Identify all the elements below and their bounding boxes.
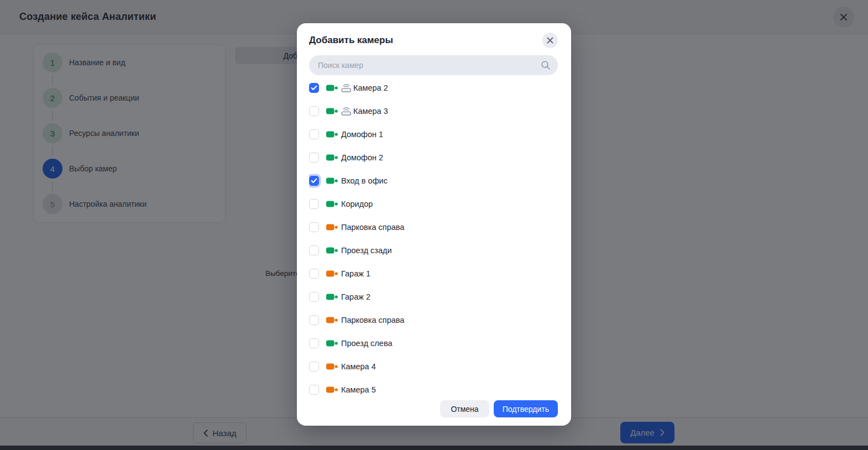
- camera-checkbox[interactable]: [309, 269, 319, 279]
- camera-name: Гараж 1: [341, 269, 370, 278]
- camera-name: Коридор: [341, 200, 373, 208]
- camera-icon: [326, 200, 338, 208]
- camera-checkbox[interactable]: [309, 176, 319, 186]
- camera-name: Камера 5: [341, 385, 376, 394]
- modal-close-button[interactable]: [542, 33, 558, 48]
- camera-icon: [326, 292, 338, 301]
- camera-checkbox[interactable]: [309, 245, 319, 255]
- camera-checkbox[interactable]: [309, 83, 319, 93]
- search-icon: [541, 60, 551, 70]
- camera-name: Домофон 2: [341, 153, 383, 162]
- camera-icon: [326, 223, 338, 232]
- camera-icon: [326, 339, 338, 348]
- modal-title: Добавить камеры: [309, 35, 393, 46]
- camera-checkbox[interactable]: [309, 338, 319, 348]
- close-icon: [547, 37, 553, 44]
- camera-name: Домофон 1: [341, 130, 383, 139]
- camera-row[interactable]: Вход в офис: [309, 169, 558, 192]
- camera-icon: [326, 83, 338, 92]
- camera-row[interactable]: Парковка справа: [309, 308, 558, 332]
- camera-row[interactable]: Домофон 1: [309, 123, 558, 146]
- wireless-bridge-icon: [341, 83, 352, 92]
- wireless-bridge-icon: [341, 107, 352, 116]
- camera-row[interactable]: Камера 3: [309, 100, 558, 123]
- camera-checkbox[interactable]: [309, 385, 319, 395]
- camera-row[interactable]: Проезд сзади: [309, 239, 558, 262]
- camera-checkbox[interactable]: [309, 292, 319, 302]
- camera-row[interactable]: Парковка справа: [309, 216, 558, 239]
- checkmark-icon: [311, 85, 317, 91]
- camera-search: [309, 55, 558, 75]
- camera-checkbox[interactable]: [309, 129, 319, 139]
- camera-row[interactable]: Камера 5: [309, 378, 558, 397]
- modal-footer: Отмена Подтвердить: [309, 400, 558, 417]
- confirm-button[interactable]: Подтвердить: [494, 400, 558, 417]
- camera-name: Камера 3: [353, 107, 388, 116]
- camera-row[interactable]: Гараж 2: [309, 285, 558, 308]
- checkmark-icon: [311, 178, 317, 184]
- camera-icon: [326, 385, 338, 394]
- camera-checkbox[interactable]: [309, 362, 319, 371]
- camera-row[interactable]: Коридор: [309, 192, 558, 216]
- cancel-button[interactable]: Отмена: [440, 400, 489, 417]
- camera-name: Парковка справа: [341, 223, 404, 232]
- camera-name: Камера 4: [341, 362, 376, 371]
- camera-name: Проезд сзади: [341, 246, 392, 255]
- camera-icon: [326, 269, 338, 278]
- camera-checkbox[interactable]: [309, 199, 319, 209]
- camera-icon: [326, 316, 338, 325]
- camera-row[interactable]: Камера 2: [309, 76, 558, 100]
- camera-row[interactable]: Проезд слева: [309, 332, 558, 355]
- add-cameras-modal: Добавить камеры Камера 2 Камер: [297, 23, 571, 426]
- app-window: Создание кейса Аналитики 1 Название и ви…: [0, 0, 868, 450]
- camera-checkbox[interactable]: [309, 106, 319, 116]
- camera-search-input[interactable]: [309, 55, 558, 75]
- camera-row[interactable]: Камера 4: [309, 355, 558, 378]
- camera-icon: [326, 130, 338, 139]
- camera-checkbox[interactable]: [309, 315, 319, 325]
- camera-list: Камера 2 Камера 3 Домофон 1: [309, 76, 558, 397]
- camera-icon: [326, 246, 338, 255]
- camera-name: Камера 2: [353, 83, 388, 92]
- camera-name: Гараж 2: [341, 292, 370, 301]
- camera-row[interactable]: Домофон 2: [309, 146, 558, 169]
- camera-name: Вход в офис: [341, 176, 388, 185]
- camera-checkbox[interactable]: [309, 153, 319, 163]
- camera-icon: [326, 176, 338, 185]
- camera-icon: [326, 153, 338, 162]
- camera-icon: [326, 107, 338, 116]
- camera-row[interactable]: Гараж 1: [309, 262, 558, 285]
- camera-name: Проезд слева: [341, 339, 393, 348]
- camera-name: Парковка справа: [341, 316, 404, 325]
- camera-icon: [326, 362, 338, 371]
- modal-header: Добавить камеры: [309, 33, 558, 48]
- camera-checkbox[interactable]: [309, 222, 319, 232]
